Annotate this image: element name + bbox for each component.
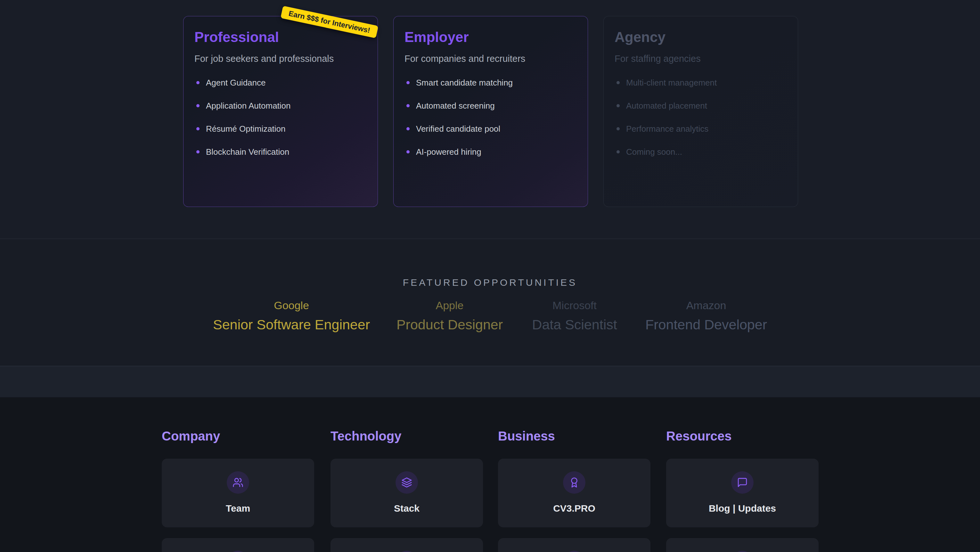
icon-circle	[227, 551, 249, 552]
plan-feature-list: Smart candidate matching Automated scree…	[404, 77, 577, 158]
plan-subtitle: For companies and recruiters	[404, 53, 577, 64]
plan-title: Professional	[194, 29, 367, 46]
feature-item: Application Automation	[194, 100, 367, 112]
tile-label: Team	[162, 503, 314, 514]
footer-heading: Resources	[666, 429, 732, 444]
job-role: Data Scientist	[532, 316, 617, 333]
bullet-dot	[617, 150, 620, 153]
plan-title: Employer	[404, 29, 577, 46]
footer-column-technology: Technology Stack	[331, 397, 483, 552]
plan-card-professional[interactable]: Professional For job seekers and profess…	[183, 16, 378, 207]
job-company: Amazon	[645, 299, 767, 312]
icon-circle	[731, 471, 754, 494]
job-role: Frontend Developer	[645, 316, 767, 333]
tile-label: CV3.PRO	[498, 503, 651, 514]
job-item-google[interactable]: Google Senior Software Engineer	[213, 299, 370, 333]
feature-item: Blockchain Verification	[194, 146, 367, 158]
award-icon	[569, 477, 580, 488]
bullet-dot	[617, 81, 620, 84]
feature-item: Agent Guidance	[194, 77, 367, 88]
bullet-dot	[406, 127, 410, 131]
tile-stack[interactable]: Stack	[331, 459, 483, 527]
plan-feature-list: Multi-client management Automated placem…	[614, 77, 787, 158]
tile-team[interactable]: Team	[162, 459, 314, 527]
job-item-apple[interactable]: Apple Product Designer	[396, 299, 503, 333]
job-item-microsoft[interactable]: Microsoft Data Scientist	[532, 299, 617, 333]
job-role: Senior Software Engineer	[213, 316, 370, 333]
bullet-dot	[406, 150, 410, 153]
tile-partial[interactable]	[162, 538, 314, 552]
section-divider-strip	[0, 366, 980, 397]
tile-partial[interactable]	[498, 538, 651, 552]
tile-cv3pro[interactable]: CV3.PRO	[498, 459, 651, 527]
featured-heading: FEATURED OPPORTUNITIES	[0, 277, 980, 288]
feature-item: Multi-client management	[614, 77, 787, 88]
footer-column-resources: Resources Blog | Updates	[666, 397, 819, 552]
pricing-and-footer-page: Earn $$$ for Interviews! Professional Fo…	[0, 0, 980, 552]
tile-blog-updates[interactable]: Blog | Updates	[666, 459, 819, 527]
plan-subtitle: For job seekers and professionals	[194, 53, 367, 64]
footer-column-business: Business CV3.PRO	[498, 397, 651, 552]
feature-item: Automated placement	[614, 100, 787, 112]
plans-section: Earn $$$ for Interviews! Professional Fo…	[0, 0, 980, 239]
footer-section: Company Team Technology	[0, 397, 980, 552]
feature-item: Automated screening	[404, 100, 577, 112]
job-company: Google	[213, 299, 370, 312]
icon-circle	[563, 471, 585, 494]
footer-heading: Company	[162, 429, 220, 444]
users-icon	[232, 477, 243, 488]
bullet-dot	[617, 104, 620, 107]
tile-label: Stack	[331, 503, 483, 514]
icon-circle	[563, 551, 585, 552]
plan-title: Agency	[614, 29, 787, 46]
bullet-dot	[196, 104, 199, 107]
feature-item: Résumé Optimization	[194, 123, 367, 134]
feature-item: Smart candidate matching	[404, 77, 577, 88]
feature-item: Performance analytics	[614, 123, 787, 134]
tile-label: Blog | Updates	[666, 503, 819, 514]
job-company: Apple	[396, 299, 503, 312]
plan-feature-list: Agent Guidance Application Automation Ré…	[194, 77, 367, 158]
bullet-dot	[196, 150, 199, 153]
job-item-amazon[interactable]: Amazon Frontend Developer	[645, 299, 767, 333]
bullet-dot	[196, 81, 199, 84]
bullet-dot	[617, 127, 620, 131]
plan-card-agency-disabled: Agency For staffing agencies Multi-clien…	[603, 16, 798, 207]
icon-circle	[396, 551, 418, 552]
bullet-dot	[196, 127, 199, 131]
featured-opportunities-section: FEATURED OPPORTUNITIES Google Senior Sof…	[0, 239, 980, 366]
job-company: Microsoft	[532, 299, 617, 312]
layers-icon	[401, 477, 412, 488]
footer-heading: Business	[498, 429, 555, 444]
bullet-dot	[406, 104, 410, 107]
feature-item: AI-powered hiring	[404, 146, 577, 158]
plan-card-employer[interactable]: Employer For companies and recruiters Sm…	[393, 16, 588, 207]
feature-item: Verified candidate pool	[404, 123, 577, 134]
icon-circle	[731, 551, 754, 552]
chat-bubble-icon	[737, 477, 748, 488]
feature-item: Coming soon...	[614, 146, 787, 158]
plan-subtitle: For staffing agencies	[614, 53, 787, 64]
icon-circle	[396, 471, 418, 494]
tile-partial[interactable]	[666, 538, 819, 552]
icon-circle	[227, 471, 249, 494]
footer-column-company: Company Team	[162, 397, 314, 552]
tile-partial[interactable]	[331, 538, 483, 552]
job-role: Product Designer	[396, 316, 503, 333]
footer-heading: Technology	[331, 429, 401, 444]
bullet-dot	[406, 81, 410, 84]
